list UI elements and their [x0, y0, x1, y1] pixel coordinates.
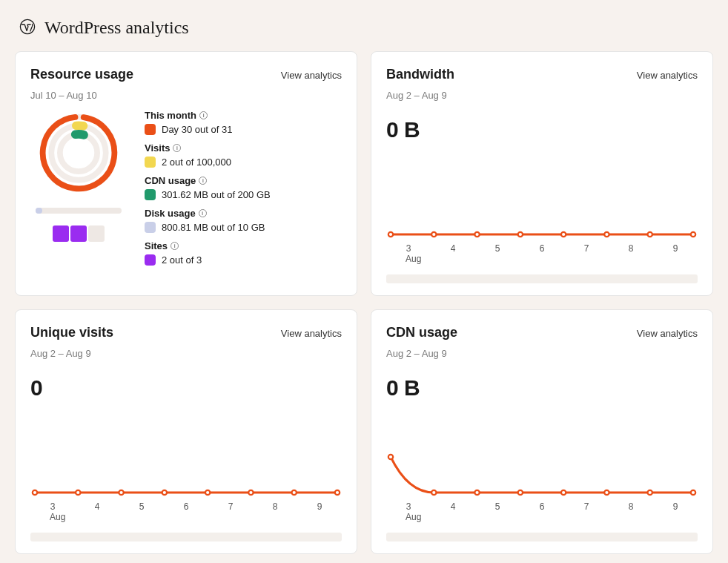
svg-point-9 — [474, 232, 479, 237]
svg-point-20 — [248, 490, 253, 495]
svg-point-21 — [292, 490, 297, 495]
x-axis-month: Aug — [30, 512, 342, 522]
page-title: WordPress analytics — [44, 18, 189, 38]
svg-point-26 — [518, 490, 523, 495]
svg-point-14 — [691, 232, 695, 237]
svg-point-5 — [60, 134, 97, 171]
axis-tick: 7 — [584, 243, 589, 254]
swatch-green-icon — [145, 189, 156, 200]
date-range: Jul 10 – Aug 10 — [30, 90, 342, 101]
legend-title: CDN usage — [145, 175, 196, 186]
chart-scrubber[interactable] — [30, 533, 342, 541]
svg-point-15 — [33, 490, 37, 495]
legend-title: Visits — [145, 142, 170, 154]
x-axis: 3456789 — [386, 501, 698, 512]
info-icon[interactable]: i — [171, 242, 179, 250]
date-range: Aug 2 – Aug 9 — [30, 348, 342, 359]
view-analytics-link[interactable]: View analytics — [281, 70, 342, 81]
axis-tick: 3 — [406, 243, 411, 254]
bandwidth-chart — [386, 194, 698, 239]
svg-point-23 — [388, 455, 393, 459]
axis-tick: 3 — [406, 501, 411, 512]
date-range: Aug 2 – Aug 9 — [386, 90, 698, 101]
svg-point-28 — [604, 490, 609, 495]
svg-point-13 — [648, 232, 652, 237]
swatch-yellow-icon — [145, 157, 156, 168]
view-analytics-link[interactable]: View analytics — [637, 70, 698, 81]
info-icon[interactable]: i — [173, 144, 181, 152]
legend-value: 301.62 MB out of 200 GB — [162, 189, 271, 200]
svg-point-29 — [648, 490, 652, 495]
wordpress-logo-icon — [19, 19, 36, 38]
metric-value: 0 — [30, 375, 342, 401]
axis-tick: 6 — [540, 501, 545, 512]
chart-scrubber[interactable] — [386, 274, 698, 283]
legend-title: This month — [145, 110, 196, 121]
axis-tick: 3 — [50, 501, 56, 512]
axis-tick: 6 — [540, 243, 545, 254]
axis-tick: 4 — [95, 501, 100, 512]
swatch-purple-icon — [145, 254, 156, 266]
svg-point-10 — [518, 232, 523, 237]
resource-usage-card: Resource usage View analytics Jul 10 – A… — [15, 51, 357, 296]
x-axis-month: Aug — [386, 512, 698, 522]
resource-donut-chart — [36, 110, 122, 196]
swatch-blue-icon — [145, 222, 156, 233]
card-title: Unique visits — [30, 325, 113, 340]
svg-point-12 — [604, 232, 609, 237]
view-analytics-link[interactable]: View analytics — [637, 328, 698, 339]
svg-point-22 — [335, 490, 340, 495]
svg-point-11 — [561, 232, 566, 237]
svg-point-17 — [119, 490, 123, 495]
x-axis: 3456789 — [386, 243, 698, 254]
disk-usage-bar — [36, 208, 122, 214]
legend-title: Sites — [145, 240, 168, 251]
legend-value: 2 out of 3 — [162, 254, 202, 266]
chart-scrubber[interactable] — [386, 533, 698, 541]
axis-tick: 7 — [228, 501, 234, 512]
date-range: Aug 2 – Aug 9 — [386, 348, 698, 359]
x-axis: 3456789 — [30, 501, 342, 512]
svg-point-19 — [205, 490, 210, 495]
info-icon[interactable]: i — [199, 209, 207, 217]
card-title: Resource usage — [30, 67, 133, 82]
axis-tick: 8 — [273, 501, 278, 512]
axis-tick: 5 — [495, 501, 500, 512]
axis-tick: 5 — [495, 243, 500, 254]
svg-point-16 — [76, 490, 80, 495]
info-icon[interactable]: i — [199, 177, 207, 185]
svg-point-25 — [474, 490, 479, 495]
axis-tick: 4 — [451, 501, 456, 512]
card-title: Bandwidth — [386, 67, 454, 82]
axis-tick: 8 — [629, 501, 634, 512]
resource-legend: This month i Day 30 out of 31 Visits i — [145, 110, 271, 266]
metric-value: 0 B — [386, 117, 698, 142]
cdn-chart — [386, 452, 698, 497]
svg-point-18 — [162, 490, 167, 495]
svg-point-24 — [431, 490, 436, 495]
card-title: CDN usage — [386, 325, 457, 340]
svg-point-8 — [431, 232, 436, 237]
metric-value: 0 B — [386, 375, 698, 401]
legend-value: 800.81 MB out of 10 GB — [162, 222, 265, 233]
axis-tick: 9 — [673, 501, 678, 512]
x-axis-month: Aug — [386, 254, 698, 264]
bandwidth-card: Bandwidth View analytics Aug 2 – Aug 9 0… — [371, 51, 713, 296]
axis-tick: 7 — [584, 501, 589, 512]
cdn-usage-card: CDN usage View analytics Aug 2 – Aug 9 0… — [371, 309, 713, 554]
swatch-orange-icon — [145, 124, 156, 135]
svg-point-7 — [388, 232, 393, 237]
sites-boxes — [53, 225, 105, 242]
axis-tick: 8 — [629, 243, 634, 254]
page-header: WordPress analytics — [15, 15, 713, 51]
legend-value: Day 30 out of 31 — [162, 124, 232, 135]
axis-tick: 9 — [317, 501, 322, 512]
axis-tick: 9 — [673, 243, 678, 254]
visits-chart — [30, 452, 342, 497]
axis-tick: 4 — [451, 243, 456, 254]
axis-tick: 5 — [139, 501, 145, 512]
legend-title: Disk usage — [145, 208, 196, 219]
view-analytics-link[interactable]: View analytics — [281, 328, 342, 339]
legend-value: 2 out of 100,000 — [162, 157, 231, 168]
info-icon[interactable]: i — [199, 111, 208, 119]
